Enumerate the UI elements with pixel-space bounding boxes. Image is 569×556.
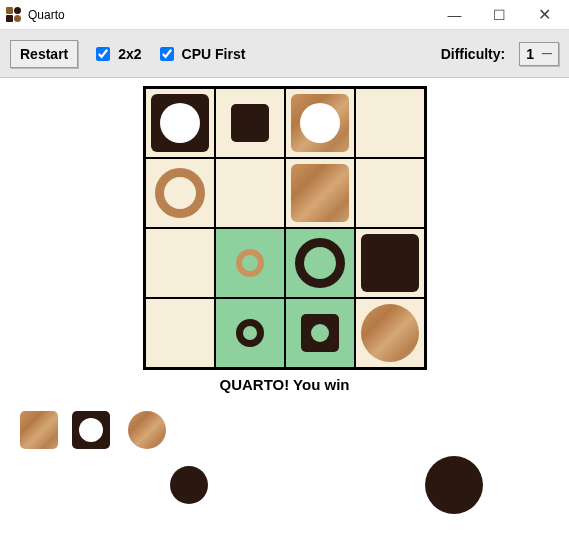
piece-wood-square-large-solid[interactable]: [291, 164, 349, 222]
tray-slot[interactable]: [170, 466, 208, 504]
dropdown-icon: —: [542, 48, 552, 59]
minimize-button[interactable]: —: [432, 0, 477, 29]
option-cpu-first-label: CPU First: [182, 46, 246, 62]
piece-wood-circle-large-solid[interactable]: [361, 304, 419, 362]
difficulty-value: 1: [526, 46, 534, 62]
board-cell[interactable]: [216, 299, 284, 367]
title-bar: Quarto — ☐ ✕: [0, 0, 569, 30]
maximize-button[interactable]: ☐: [477, 0, 522, 29]
board-cell[interactable]: [356, 299, 424, 367]
close-button[interactable]: ✕: [522, 0, 567, 29]
restart-button[interactable]: Restart: [10, 40, 78, 68]
option-2x2-checkbox[interactable]: [96, 47, 110, 61]
piece-dark-square-small-hollow-ring[interactable]: [301, 314, 339, 352]
piece-dark-circle-small-hollow-ring[interactable]: [236, 319, 264, 347]
board-cell[interactable]: [286, 299, 354, 367]
tray-slot[interactable]: [425, 456, 483, 514]
board-cell[interactable]: [216, 89, 284, 157]
piece-dark-circle-large-solid[interactable]: [425, 456, 483, 514]
piece-dark-square-large-solid[interactable]: [361, 234, 419, 292]
piece-dark-circle-small-solid[interactable]: [170, 466, 208, 504]
piece-wood-circle-small-solid[interactable]: [128, 411, 166, 449]
tray-slot[interactable]: [20, 411, 58, 449]
game-board: [143, 86, 427, 370]
piece-tray: [10, 411, 559, 531]
board-cell[interactable]: [216, 159, 284, 227]
board-cell[interactable]: [286, 159, 354, 227]
board-cell[interactable]: [146, 159, 214, 227]
tray-slot[interactable]: [72, 411, 110, 449]
board-cell[interactable]: [146, 229, 214, 297]
status-text: QUARTO! You win: [220, 376, 350, 393]
window-title: Quarto: [28, 8, 65, 22]
piece-dark-square-large-hollow[interactable]: [151, 94, 209, 152]
board-cell[interactable]: [356, 89, 424, 157]
difficulty-selector[interactable]: 1 —: [519, 42, 559, 66]
board-cell[interactable]: [146, 299, 214, 367]
board-cell[interactable]: [356, 159, 424, 227]
option-cpu-first-checkbox[interactable]: [160, 47, 174, 61]
piece-wood-square-small-solid[interactable]: [20, 411, 58, 449]
piece-dark-square-small-hollow[interactable]: [72, 411, 110, 449]
board-cell[interactable]: [356, 229, 424, 297]
option-cpu-first[interactable]: CPU First: [156, 44, 246, 64]
piece-wood-square-large-hollow[interactable]: [291, 94, 349, 152]
piece-dark-square-small-solid[interactable]: [231, 104, 269, 142]
tray-slot[interactable]: [128, 411, 166, 449]
option-2x2[interactable]: 2x2: [92, 44, 141, 64]
game-area: QUARTO! You win: [0, 78, 569, 541]
piece-dark-circle-large-hollow-ring[interactable]: [295, 238, 345, 288]
piece-wood-circle-large-hollow-ring[interactable]: [155, 168, 205, 218]
piece-wood-circle-small-hollow-ring[interactable]: [236, 249, 264, 277]
board-cell[interactable]: [146, 89, 214, 157]
board-cell[interactable]: [286, 89, 354, 157]
board-cell[interactable]: [286, 229, 354, 297]
option-2x2-label: 2x2: [118, 46, 141, 62]
app-icon: [6, 7, 22, 23]
toolbar: Restart 2x2 CPU First Difficulty: 1 —: [0, 30, 569, 78]
difficulty-label: Difficulty:: [441, 46, 506, 62]
board-cell[interactable]: [216, 229, 284, 297]
